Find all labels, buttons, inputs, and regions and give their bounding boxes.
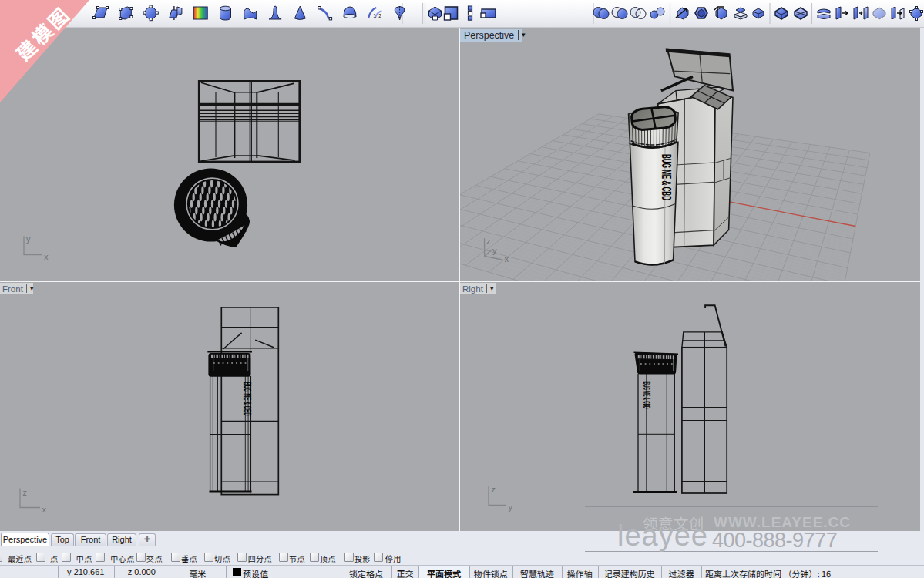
svg-text:x: x (42, 505, 47, 514)
svg-text:y: y (26, 234, 31, 244)
svg-text:x: x (44, 252, 49, 261)
svg-text:BUG ME & CBD: BUG ME & CBD (659, 154, 673, 200)
svg-text:x: x (505, 254, 509, 264)
svg-text:z: z (23, 488, 28, 497)
svg-text:BUG ME & CBD: BUG ME & CBD (640, 382, 652, 409)
svg-text:2: 2 (378, 13, 381, 18)
svg-text:y: y (492, 246, 497, 255)
svg-text:z: z (486, 237, 491, 246)
svg-text:1: 1 (373, 13, 376, 18)
svg-text:z: z (492, 485, 496, 494)
svg-text:BUG ME & CBD: BUG ME & CBD (241, 382, 254, 416)
svg-text:y: y (509, 502, 513, 512)
